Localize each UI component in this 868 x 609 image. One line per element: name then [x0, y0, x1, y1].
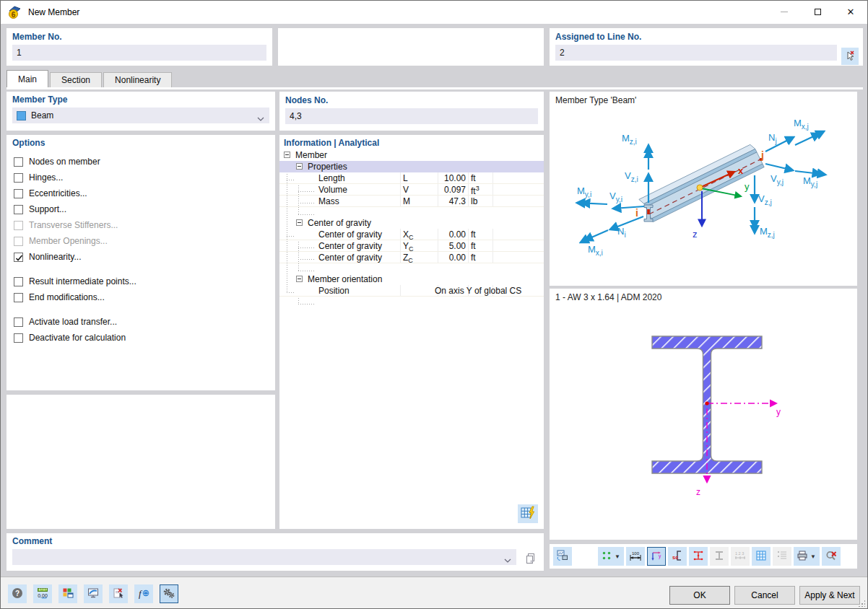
nodes-no-input[interactable]	[285, 108, 538, 124]
zoom-reset-button[interactable]	[822, 547, 841, 566]
pick-new-button[interactable]	[109, 584, 128, 603]
option-member-openings[interactable]: Member Openings...	[6, 233, 275, 249]
tree-row-center-of-gravity[interactable]: Center of gravity	[279, 217, 544, 229]
grid-button[interactable]	[752, 547, 771, 566]
svg-text:6: 6	[12, 11, 16, 19]
nodes-no-panel: Nodes No.	[279, 92, 544, 131]
svg-text:0,00: 0,00	[38, 592, 48, 597]
shear-center-icon: sc	[671, 549, 684, 564]
tab-main[interactable]: Main	[6, 70, 48, 87]
tree-row-volume[interactable]: VolumeV0.097ft3	[279, 184, 544, 196]
checkbox-icon[interactable]	[14, 205, 23, 214]
tab-nonlinearity[interactable]: Nonlinearity	[103, 72, 172, 87]
copy-comment-button[interactable]	[522, 551, 539, 568]
print-button[interactable]: ▼	[794, 547, 820, 566]
collapse-icon[interactable]	[284, 152, 290, 158]
tree-row-position[interactable]: PositionOn axis Y of global CS	[279, 285, 544, 297]
section-points-button[interactable]	[689, 547, 708, 566]
maximize-button[interactable]	[801, 1, 834, 23]
svg-text:f: f	[139, 588, 143, 599]
option-label: Nodes on member	[29, 157, 100, 167]
chevron-down-icon	[257, 113, 264, 123]
tree-row-mass[interactable]: MassM47.3lb	[279, 196, 544, 207]
tree-row-properties[interactable]: Properties	[279, 161, 544, 172]
collapse-icon[interactable]	[296, 219, 303, 226]
option-nodes-on-member[interactable]: Nodes on member	[6, 154, 275, 170]
view-sync-button[interactable]	[553, 547, 572, 566]
view-sync-icon	[556, 549, 569, 564]
checkbox-icon[interactable]	[14, 317, 23, 327]
checkbox-icon[interactable]	[14, 189, 23, 198]
diagram-label-z: z	[693, 229, 698, 240]
option-activate-load-transfer[interactable]: Activate load transfer...	[6, 314, 275, 330]
shear-center-button[interactable]: sc	[668, 547, 687, 566]
stress-points-button[interactable]: ▼	[598, 547, 624, 566]
collapse-icon[interactable]	[296, 276, 303, 282]
column-separator	[400, 285, 401, 296]
dropdown-arrow-icon[interactable]: ▼	[615, 553, 620, 560]
tree-row-member-orientation[interactable]: Member orientation	[279, 273, 544, 285]
option-hinges[interactable]: Hinges...	[6, 170, 275, 185]
checkbox-checked-icon[interactable]	[14, 253, 23, 262]
checkbox-icon[interactable]	[14, 333, 23, 343]
display-props-button[interactable]	[58, 584, 77, 603]
dimensions-button[interactable]: 100	[626, 547, 645, 566]
assigned-line-input[interactable]	[555, 45, 837, 61]
option-result-intermediate-points[interactable]: Result intermediate points...	[6, 273, 275, 289]
option-deactivate-for-calculation[interactable]: Deactivate for calculation	[6, 330, 275, 346]
tree-row-center-of-gravity[interactable]: Center of gravityXC0.00ft	[279, 229, 544, 240]
member-no-input[interactable]	[12, 45, 266, 61]
spacer-panel	[278, 28, 544, 66]
axes-button[interactable]: y	[647, 547, 666, 566]
collapse-icon[interactable]	[296, 163, 303, 170]
section-panel: 1 - AW 3 x 1.64 | ADM 2020 y z	[550, 289, 857, 540]
minimize-button[interactable]	[768, 1, 801, 23]
details-button	[773, 547, 791, 566]
property-label: Mass	[318, 196, 339, 206]
option-transverse-stiffeners[interactable]: Transverse Stiffeners...	[6, 217, 275, 233]
member-type-dropdown[interactable]: Beam	[12, 108, 269, 123]
diagram-label-m-x-j: Mx,j	[794, 118, 809, 131]
open-table-button[interactable]	[518, 504, 538, 523]
display-props-icon	[61, 587, 74, 602]
settings-button[interactable]	[160, 584, 178, 603]
property-value: 0.00	[434, 229, 466, 240]
diagram-label-x: x	[738, 165, 743, 176]
cancel-button[interactable]: Cancel	[734, 586, 795, 605]
rendering-button[interactable]	[84, 584, 103, 603]
tree-guide	[287, 236, 294, 237]
pick-line-button[interactable]	[841, 48, 859, 65]
option-label: Deactivate for calculation	[29, 333, 126, 343]
settings-icon	[162, 587, 175, 602]
tree-row-center-of-gravity[interactable]: Center of gravityZC0.00ft	[279, 252, 544, 263]
comment-panel: Comment	[6, 533, 544, 571]
units-icon: 0,00	[36, 587, 49, 602]
checkbox-icon[interactable]	[14, 157, 23, 167]
option-end-modifications[interactable]: End modifications...	[6, 289, 275, 305]
checkbox-icon[interactable]	[14, 173, 23, 183]
maximize-icon	[815, 9, 821, 15]
option-eccentricities[interactable]: Eccentricities...	[6, 185, 275, 201]
tree-row-center-of-gravity[interactable]: Center of gravityYC5.00ft	[279, 240, 544, 252]
apply-next-button[interactable]: Apply & Next	[799, 586, 860, 605]
tree-row-member[interactable]: Member	[279, 149, 544, 161]
help-button[interactable]: ?	[8, 584, 27, 603]
checkbox-icon[interactable]	[14, 293, 23, 302]
option-nonlinearity[interactable]: Nonlinearity...	[6, 249, 275, 265]
checkbox-icon[interactable]	[14, 237, 23, 246]
option-support[interactable]: Support...	[6, 201, 275, 217]
tree-row-length[interactable]: LengthL10.00ft	[279, 172, 544, 184]
tab-section[interactable]: Section	[50, 72, 102, 87]
tab-bar: MainSectionNonlinearity	[6, 70, 173, 87]
toolbar-group: ▼100ysc1 2 3▼	[598, 547, 841, 566]
comment-combobox[interactable]	[12, 549, 516, 565]
column-separator	[400, 240, 401, 251]
property-symbol: V	[403, 185, 409, 195]
checkbox-icon[interactable]	[14, 221, 23, 230]
close-button[interactable]: ✕	[834, 1, 867, 23]
units-button[interactable]: 0,00	[33, 584, 52, 603]
function-button[interactable]: f	[134, 584, 153, 603]
ok-button[interactable]: OK	[669, 586, 730, 605]
dropdown-arrow-icon[interactable]: ▼	[810, 553, 816, 560]
checkbox-icon[interactable]	[14, 277, 23, 286]
